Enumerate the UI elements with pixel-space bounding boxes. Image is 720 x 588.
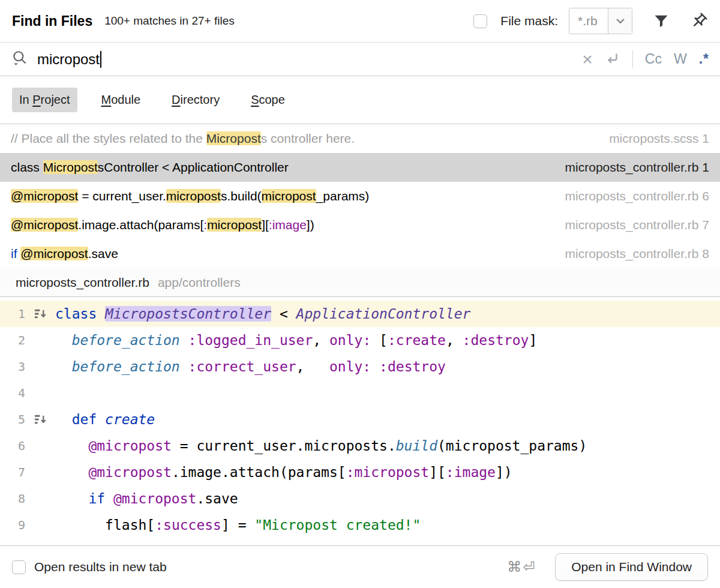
- match-case-toggle[interactable]: Cc: [645, 51, 662, 67]
- line-number: 1: [0, 307, 25, 321]
- result-snippet: class MicropostsController < Application…: [11, 160, 289, 175]
- dialog-title: Find in Files: [12, 13, 92, 29]
- result-file-ref: microposts_controller.rb 7: [551, 218, 709, 232]
- code-text: if @micropost.save: [55, 491, 238, 506]
- result-snippet: // Place all the styles related to the M…: [11, 131, 355, 146]
- result-snippet: @micropost = current_user.microposts.bui…: [11, 189, 369, 203]
- shortcut-hint: ⌘⏎: [507, 559, 536, 575]
- file-mask-value: *.rb: [569, 8, 608, 34]
- code-text: def create: [55, 412, 155, 427]
- open-in-new-tab-label[interactable]: Open results in new tab: [34, 560, 167, 574]
- search-input[interactable]: micropost: [37, 51, 101, 68]
- results-list: // Place all the styles related to the M…: [0, 124, 720, 268]
- separator: [632, 50, 633, 68]
- clear-icon[interactable]: ×: [582, 50, 593, 68]
- jump-to-source-icon[interactable]: [25, 413, 55, 427]
- code-line[interactable]: 6 @micropost = current_user.microposts.b…: [0, 433, 720, 459]
- code-line[interactable]: 4: [0, 380, 720, 406]
- line-number: 8: [0, 491, 25, 506]
- result-snippet: if @micropost.save: [11, 247, 118, 261]
- preview-file-name: microposts_controller.rb: [16, 275, 149, 290]
- line-number: 3: [0, 359, 25, 374]
- result-file-ref: microposts_controller.rb 1: [551, 160, 709, 175]
- scope-tab-directory[interactable]: Directory: [164, 88, 227, 112]
- code-text: before_action :logged_in_user, only: [:c…: [55, 332, 537, 348]
- newline-icon[interactable]: [605, 50, 620, 68]
- result-snippet: @micropost.image.attach(params[:micropos…: [11, 218, 314, 232]
- scope-tab-in-project[interactable]: In Project: [12, 88, 77, 112]
- preview-file-path: app/controllers: [158, 275, 241, 290]
- line-number: 9: [0, 518, 25, 532]
- result-row[interactable]: @micropost.image.attach(params[:micropos…: [0, 211, 720, 239]
- header: Find in Files 100+ matches in 27+ files …: [0, 0, 720, 42]
- preview-file-header: microposts_controller.rb app/controllers: [0, 268, 720, 297]
- pin-icon[interactable]: [690, 12, 708, 30]
- scope-tab-scope[interactable]: Scope: [244, 88, 292, 112]
- file-mask-checkbox[interactable]: [473, 14, 487, 28]
- result-row[interactable]: @micropost = current_user.microposts.bui…: [0, 182, 720, 211]
- search-controls: × Cc W .*: [582, 50, 709, 68]
- code-line[interactable]: 2 before_action :logged_in_user, only: […: [0, 327, 720, 353]
- scope-tab-module[interactable]: Module: [94, 88, 148, 112]
- code-text: flash[:success] = "Micropost created!": [55, 517, 421, 533]
- search-icon[interactable]: [11, 49, 29, 70]
- code-area[interactable]: 1class MicropostsController < Applicatio…: [0, 297, 720, 545]
- result-file-ref: microposts.scss 1: [595, 131, 709, 146]
- line-number: 4: [0, 386, 25, 400]
- code-text: @micropost = current_user.microposts.bui…: [55, 438, 587, 454]
- code-line[interactable]: 7 @micropost.image.attach(params[:microp…: [0, 459, 720, 485]
- line-number: 2: [0, 333, 25, 347]
- open-in-find-window-button[interactable]: Open in Find Window: [555, 553, 708, 581]
- code-line[interactable]: 3 before_action :correct_user, only: :de…: [0, 353, 720, 380]
- line-number: 6: [0, 439, 25, 453]
- chevron-down-icon[interactable]: [608, 8, 632, 34]
- file-mask-combo[interactable]: *.rb: [569, 8, 632, 34]
- code-line[interactable]: 9 flash[:success] = "Micropost created!": [0, 512, 720, 538]
- result-row[interactable]: class MicropostsController < Application…: [0, 153, 720, 182]
- match-summary: 100+ matches in 27+ files: [104, 14, 235, 28]
- filter-icon[interactable]: [653, 13, 670, 29]
- code-line[interactable]: 1class MicropostsController < Applicatio…: [0, 301, 720, 327]
- regex-toggle[interactable]: .*: [699, 51, 709, 67]
- code-line[interactable]: 8 if @micropost.save: [0, 485, 720, 512]
- line-number: 5: [0, 412, 25, 427]
- code-line[interactable]: 5 def create: [0, 406, 720, 433]
- code-text: class MicropostsController < Application…: [55, 306, 470, 322]
- code-text: @micropost.image.attach(params[:micropos…: [55, 464, 512, 480]
- search-row: micropost × Cc W .*: [0, 42, 720, 76]
- text-caret: [100, 51, 101, 68]
- result-file-ref: microposts_controller.rb 6: [551, 189, 709, 203]
- result-file-ref: microposts_controller.rb 8: [551, 247, 709, 261]
- line-number: 7: [0, 465, 25, 479]
- search-query: micropost: [37, 51, 100, 68]
- jump-to-source-icon[interactable]: [25, 307, 55, 321]
- file-mask-label: File mask:: [500, 14, 558, 28]
- whole-words-toggle[interactable]: W: [674, 51, 687, 67]
- open-in-new-tab-checkbox[interactable]: [12, 560, 26, 574]
- scope-tabs: In ProjectModuleDirectoryScope: [0, 76, 720, 124]
- footer: Open results in new tab ⌘⏎ Open in Find …: [0, 545, 720, 588]
- result-row[interactable]: // Place all the styles related to the M…: [0, 124, 720, 153]
- code-text: before_action :correct_user, only: :dest…: [55, 359, 446, 374]
- result-row[interactable]: if @micropost.savemicroposts_controller.…: [0, 239, 720, 268]
